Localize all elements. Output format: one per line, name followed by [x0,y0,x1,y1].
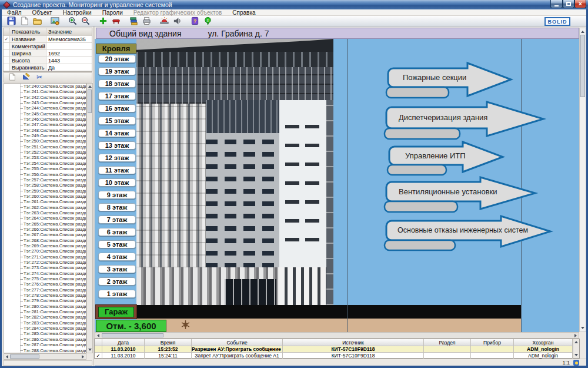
tree-item[interactable]: Тэг:283:Система.Список раздел [4,320,86,326]
tree-item[interactable]: Тэг:270:Система.Список раздел [4,248,86,254]
new-page-icon[interactable] [8,72,16,83]
floor-button[interactable]: 20 этаж [98,55,136,63]
tree-item[interactable]: Тэг:282:Система.Список раздел [4,314,86,320]
floor-button[interactable]: 10 этаж [98,178,136,187]
nav-arrow-system-failures[interactable]: Основные отказы инженерных систем [383,216,553,252]
property-value[interactable] [46,43,92,49]
tree-item[interactable]: Тэг:251:Система.Список раздел [4,144,86,150]
toolbar-help-button[interactable]: ? [188,16,201,26]
toolbar-zoom-out-button[interactable] [79,16,92,26]
toolbar-add-button[interactable] [96,16,109,26]
floor-button[interactable]: 4 этаж [98,253,136,261]
tree-item[interactable]: Тэг:280:Система.Список раздел [4,304,86,309]
log-col-event[interactable]: Событие [192,339,283,346]
floor-button[interactable]: 7 этаж [98,216,136,224]
tree-item[interactable]: Тэг:278:Система.Список раздел [4,293,86,298]
tree-item[interactable]: Тэг:272:Система.Список раздел [4,260,86,265]
close-button[interactable]: × [574,0,586,8]
toolbar-zoom-in-button[interactable] [66,16,79,26]
tree-item[interactable]: Тэг:252:Система.Список раздел [4,150,86,155]
maximize-button[interactable] [563,0,574,8]
tree-item[interactable]: Тэг:271:Система.Список раздел [4,254,86,260]
floor-button[interactable]: 15 этаж [98,117,136,125]
toolbar-cards-button[interactable] [127,16,140,26]
log-row[interactable]: 11.03.2010 15:23:52 Разрешен АУ:Проиграт… [95,346,579,353]
tree-item[interactable]: Тэг:275:Система.Список раздел [4,276,86,281]
tree-item[interactable]: Тэг:242:Система.Список раздел [4,95,86,100]
floor-button[interactable]: 19 этаж [98,67,136,75]
toolbar-remove-button[interactable] [109,16,122,26]
tree-item[interactable]: Тэг:257:Система.Список раздел [4,177,86,183]
log-vertical-scrollbar[interactable] [573,339,579,358]
menu-item[interactable]: Настройки [58,9,97,16]
toolbar-image-editor-button[interactable] [48,16,61,26]
tree-item[interactable]: Тэг:268:Система.Список раздел [4,238,86,243]
tree-item[interactable]: Тэг:277:Система.Список раздел [4,287,86,293]
nav-arrow-itp-control[interactable]: Управление ИТП [386,141,505,177]
tree-item[interactable]: Тэг:279:Система.Список раздел [4,298,86,303]
floor-button[interactable]: 8 этаж [98,203,136,211]
tree-item[interactable]: Тэг:261:Система.Список раздел [4,199,86,204]
tree-item[interactable]: Тэг:274:Система.Список раздел [4,271,86,276]
tree-item[interactable]: Тэг:263:Система.Список раздел [4,210,86,216]
garage-button[interactable]: Гараж [98,307,134,317]
tree-item[interactable]: Тэг:262:Система.Список раздел [4,205,86,210]
title-bar[interactable]: Создание проекта. Мониторинг и управлени… [0,0,588,9]
tree-item[interactable]: Тэг:250:Система.Список раздел [4,138,86,144]
toolbar-alarm-button[interactable] [158,16,171,26]
tree-item[interactable]: Тэг:260:Система.Список раздел [4,194,86,199]
log-col-device[interactable]: Прибор [471,339,514,346]
log-col-owner[interactable]: Хозорган [514,339,573,346]
tree-item[interactable]: Тэг:255:Система.Список раздел [4,166,86,171]
tree-item[interactable]: Тэг:284:Система.Список раздел [4,326,86,331]
tree-item[interactable]: Тэг:258:Система.Список раздел [4,183,86,188]
floor-button[interactable]: 13 этаж [98,141,136,150]
canvas-vertical-scrollbar[interactable] [579,28,586,332]
tree-item[interactable]: Тэг:244:Система.Список раздел [4,105,86,111]
tree-item[interactable]: Тэг:269:Система.Список раздел [4,243,86,248]
toolbar-info-button[interactable]: ! [201,16,214,26]
property-value[interactable]: 1443 [46,57,92,64]
tree-horizontal-scrollbar[interactable] [4,353,86,360]
floor-button[interactable]: 11 этаж [98,166,136,174]
tree-item[interactable]: Тэг:267:Система.Список раздел [4,232,86,237]
tree-item[interactable]: Тэг:245:Система.Список раздел [4,111,86,117]
toolbar-sound-button[interactable] [171,16,183,26]
toolbar-print-button[interactable] [140,16,153,26]
col-header-value[interactable]: Значение [46,28,92,35]
floor-button[interactable]: 2 этаж [98,277,136,286]
tree-item[interactable]: Тэг:281:Система.Список раздел [4,309,86,314]
property-value[interactable]: 1692 [46,50,92,57]
property-value[interactable]: Мнемосхема35 [46,36,92,42]
edit-icon[interactable] [22,72,30,83]
floor-button[interactable]: 9 этаж [98,191,136,199]
log-col-date[interactable]: Дата [102,339,145,346]
toolbar-open-button[interactable] [31,16,44,26]
log-col-section[interactable]: Раздел [424,339,471,346]
tree-item[interactable]: Тэг:249:Система.Список раздел [4,133,86,138]
nav-arrow-dispatching[interactable]: Диспетчеризация здания [383,101,546,140]
nav-arrow-ventilation[interactable]: Вентиляционные установки [383,177,537,214]
tree-item[interactable]: Тэг:273:Система.Список раздел [4,265,86,270]
tree-item[interactable]: Тэг:253:Система.Список раздел [4,155,86,160]
floor-button[interactable]: 3 этаж [98,265,136,273]
tree-item[interactable]: Тэг:241:Система.Список раздел [4,89,86,94]
floor-button[interactable]: 18 этаж [98,79,136,88]
elevation-button[interactable]: Отм. - 3,600 [96,320,166,332]
log-col-source[interactable]: Источник [283,339,424,346]
canvas-horizontal-scrollbar[interactable] [95,332,579,339]
tree-item[interactable]: Тэг:285:Система.Список раздел [4,331,86,336]
floor-button[interactable]: 14 этаж [98,129,136,137]
tree-item[interactable]: Тэг:265:Система.Список раздел [4,221,86,227]
tree-item[interactable]: Тэг:259:Система.Список раздел [4,188,86,194]
tree-item[interactable]: Тэг:240:Система.Список раздел [4,84,86,89]
log-col-marker[interactable] [95,339,102,346]
tree-item[interactable]: Тэг:248:Система.Список раздел [4,128,86,133]
tree-item[interactable]: Тэг:266:Система.Список раздел [4,227,86,232]
tree-item[interactable]: Тэг:287:Система.Список раздел [4,342,86,347]
floor-button[interactable]: 17 этаж [98,92,136,100]
menu-item[interactable]: Справка [227,9,260,16]
tree-item[interactable]: Тэг:243:Система.Список раздел [4,100,86,105]
log-col-time[interactable]: Время [145,339,192,346]
floor-button[interactable]: 16 этаж [98,104,136,112]
